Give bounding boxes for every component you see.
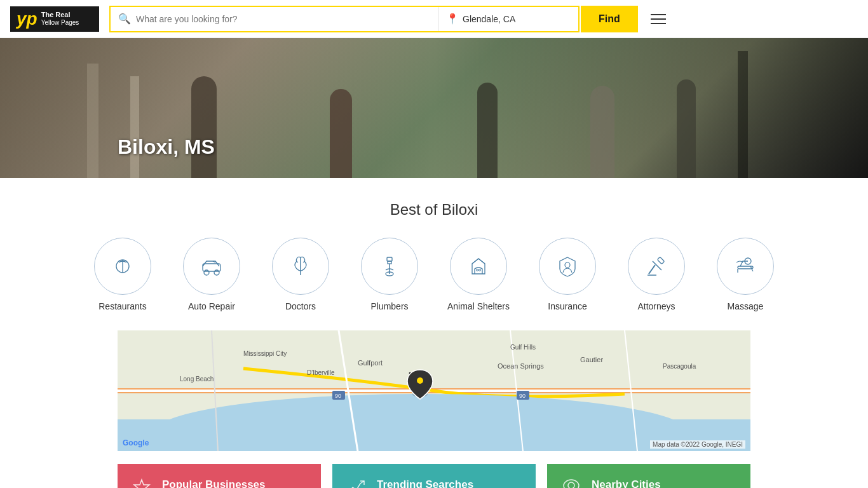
popular-businesses-card[interactable]: Popular Businesses in Biloxi	[118, 464, 321, 488]
attorneys-label: Attorneys	[637, 301, 675, 311]
svg-marker-43	[134, 480, 149, 489]
trending-searches-card[interactable]: Trending Searches in Biloxi	[332, 464, 536, 488]
insurance-icon	[553, 252, 581, 280]
insurance-icon-circle	[539, 238, 596, 295]
animal-shelters-label: Animal Shelters	[447, 301, 510, 311]
category-massage[interactable]: Massage	[707, 238, 783, 311]
svg-rect-7	[388, 261, 391, 264]
category-auto-repair[interactable]: Auto Repair	[173, 238, 250, 311]
person-silhouette-3	[477, 83, 498, 178]
search-input[interactable]	[136, 14, 430, 24]
popular-icon	[130, 477, 153, 489]
category-restaurants[interactable]: Restaurants	[85, 238, 161, 311]
location-input[interactable]	[463, 14, 571, 24]
svg-text:Gautier: Gautier	[580, 356, 603, 363]
category-insurance[interactable]: Insurance	[529, 238, 606, 311]
svg-text:90: 90	[519, 393, 526, 399]
animal-shelters-icon-circle	[450, 238, 507, 295]
massage-icon	[731, 252, 759, 280]
doctors-label: Doctors	[285, 301, 316, 311]
auto-repair-label: Auto Repair	[188, 301, 235, 311]
doctors-icon	[287, 252, 315, 280]
categories-grid: Restaurants Auto Repair	[13, 238, 855, 311]
doctors-icon-circle	[272, 238, 329, 295]
svg-text:D'Iberville: D'Iberville	[307, 369, 335, 376]
search-where-container: 📍	[438, 7, 578, 31]
hamburger-line-3	[651, 23, 666, 24]
logo-text: The Real Yellow Pages	[41, 11, 79, 27]
svg-point-10	[479, 269, 481, 271]
svg-text:Mississippi City: Mississippi City	[243, 350, 287, 357]
svg-text:90: 90	[335, 393, 341, 399]
person-silhouette-1	[191, 76, 217, 178]
popular-title: Popular Businesses	[162, 478, 266, 489]
svg-point-11	[565, 262, 570, 268]
best-of-title: Best of Biloxi	[13, 201, 855, 219]
header: yp The Real Yellow Pages 🔍 📍 Find	[0, 0, 868, 38]
hero-banner: Biloxi, MS	[0, 38, 868, 178]
attorneys-icon-circle	[628, 238, 685, 295]
category-doctors[interactable]: Doctors	[262, 238, 339, 311]
bottom-cards: Popular Businesses in Biloxi Trending Se…	[0, 464, 868, 488]
category-attorneys[interactable]: Attorneys	[618, 238, 695, 311]
map-credit: Map data ©2022 Google, INEGI	[650, 440, 745, 449]
nearby-cities-card[interactable]: Nearby Cities in Biloxi	[547, 464, 750, 488]
category-animal-shelters[interactable]: Animal Shelters	[440, 238, 517, 311]
nearby-icon	[560, 477, 583, 489]
plumbers-icon-circle	[361, 238, 418, 295]
svg-text:Gulf Hills: Gulf Hills	[510, 344, 536, 351]
person-silhouette-5	[677, 79, 696, 178]
find-button[interactable]: Find	[581, 6, 638, 32]
hamburger-menu[interactable]	[651, 14, 666, 24]
trending-card-text: Trending Searches in Biloxi	[377, 478, 473, 489]
insurance-label: Insurance	[548, 301, 587, 311]
svg-point-44	[568, 482, 574, 489]
hamburger-line-1	[651, 14, 666, 15]
auto-repair-icon-circle	[183, 238, 240, 295]
massage-icon-circle	[717, 238, 774, 295]
search-icon: 🔍	[118, 13, 131, 25]
popular-card-text: Popular Businesses in Biloxi	[162, 478, 266, 489]
svg-text:Long Beach: Long Beach	[180, 376, 214, 383]
person-silhouette-4	[590, 86, 614, 178]
search-what-container: 🔍	[111, 7, 438, 31]
svg-rect-12	[657, 257, 664, 264]
animal-shelters-icon	[465, 252, 492, 280]
logo[interactable]: yp The Real Yellow Pages	[10, 6, 99, 32]
search-bar: 🔍 📍	[109, 6, 580, 32]
map-wrapper: Gulfport Biloxi Ocean Springs Gautier D'…	[0, 330, 868, 451]
svg-point-9	[477, 269, 478, 271]
google-logo: Google	[123, 438, 149, 447]
svg-text:Pascagoula: Pascagoula	[663, 363, 696, 370]
map-svg: Gulfport Biloxi Ocean Springs Gautier D'…	[118, 330, 750, 451]
restaurants-icon	[109, 252, 137, 280]
svg-rect-6	[387, 257, 392, 261]
person-silhouette-2	[330, 89, 352, 178]
svg-point-42	[417, 377, 423, 384]
plumbers-label: Plumbers	[370, 301, 408, 311]
restaurants-icon-circle	[94, 238, 151, 295]
svg-point-4	[214, 270, 219, 275]
trending-icon	[345, 477, 368, 489]
category-plumbers[interactable]: Plumbers	[351, 238, 428, 311]
logo-yp: yp	[17, 10, 37, 28]
hamburger-line-2	[651, 18, 666, 20]
attorneys-icon	[642, 252, 670, 280]
restaurants-label: Restaurants	[98, 301, 146, 311]
massage-label: Massage	[728, 301, 764, 311]
map-container[interactable]: Gulfport Biloxi Ocean Springs Gautier D'…	[118, 330, 750, 451]
city-title: Biloxi, MS	[118, 135, 215, 159]
svg-text:Gulfport: Gulfport	[358, 359, 383, 367]
svg-text:Ocean Springs: Ocean Springs	[498, 362, 544, 370]
best-of-section: Best of Biloxi Restaurants	[0, 178, 868, 330]
plumbers-icon	[376, 252, 403, 280]
svg-point-3	[204, 270, 209, 275]
trending-title: Trending Searches	[377, 478, 473, 489]
nearby-title: Nearby Cities	[592, 478, 661, 489]
nearby-card-text: Nearby Cities in Biloxi	[592, 478, 661, 489]
svg-line-13	[649, 265, 655, 274]
location-icon: 📍	[446, 13, 459, 25]
auto-repair-icon	[198, 252, 226, 280]
